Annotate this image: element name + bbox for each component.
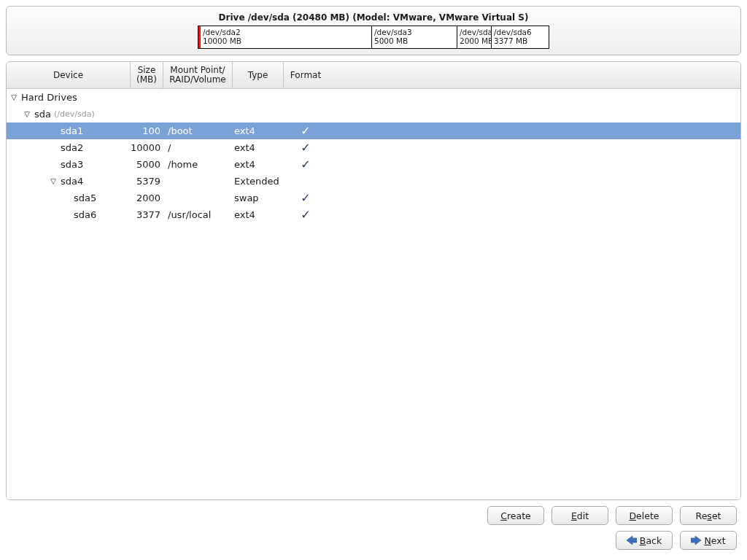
tree-disk[interactable]: ▽ sda (/dev/sda) bbox=[7, 106, 740, 122]
drive-segment[interactable]: /dev/sda35000 MB bbox=[372, 26, 457, 48]
col-size[interactable]: Size (MB) bbox=[131, 62, 163, 88]
device-label: sda6 bbox=[71, 209, 96, 220]
back-label: Back bbox=[640, 535, 662, 546]
partition-row[interactable]: sda35000/homeext4✓ bbox=[7, 156, 740, 173]
device-label: sda2 bbox=[58, 142, 83, 153]
drive-segment[interactable]: /dev/sda63377 MB bbox=[492, 26, 549, 48]
expander-icon[interactable]: ▽ bbox=[49, 177, 58, 185]
type-value: ext4 bbox=[233, 159, 284, 170]
partition-row[interactable]: ▽sda45379Extended bbox=[7, 173, 740, 190]
edit-button[interactable]: Edit bbox=[551, 506, 608, 525]
size-value: 3377 bbox=[131, 209, 163, 220]
size-value: 10000 bbox=[131, 142, 163, 153]
col-type[interactable]: Type bbox=[233, 62, 284, 88]
next-label: Next bbox=[704, 535, 725, 546]
drive-bar: /dev/sda210000 MB/dev/sda35000 MB/dev/sd… bbox=[198, 26, 549, 49]
size-value: 5000 bbox=[131, 159, 163, 170]
svg-marker-0 bbox=[627, 536, 637, 545]
type-value: ext4 bbox=[233, 209, 284, 220]
col-device[interactable]: Device bbox=[7, 62, 131, 88]
reset-label: Reset bbox=[696, 510, 721, 521]
device-label: sda5 bbox=[71, 192, 96, 203]
type-value: ext4 bbox=[233, 142, 284, 153]
partition-table-body[interactable]: ▽ Hard Drives ▽ sda (/dev/sda) sda1100/b… bbox=[7, 89, 740, 499]
partition-table-header: Device Size (MB) Mount Point/ RAID/Volum… bbox=[7, 62, 740, 89]
mount-value: /boot bbox=[163, 125, 233, 136]
col-format[interactable]: Format bbox=[284, 62, 328, 88]
svg-marker-1 bbox=[691, 536, 701, 545]
type-value: Extended bbox=[233, 176, 284, 187]
tree-disk-label: sda bbox=[31, 109, 51, 120]
drive-title: Drive /dev/sda (20480 MB) (Model: VMware… bbox=[219, 12, 529, 23]
drive-summary-panel: Drive /dev/sda (20480 MB) (Model: VMware… bbox=[6, 6, 741, 55]
partition-row[interactable]: sda63377/usr/localext4✓ bbox=[7, 206, 740, 223]
col-spacer bbox=[328, 62, 740, 88]
format-check-icon: ✓ bbox=[284, 124, 328, 138]
back-button[interactable]: Back bbox=[616, 531, 673, 550]
partition-row[interactable]: sda1100/bootext4✓ bbox=[7, 122, 740, 139]
device-label: sda1 bbox=[58, 125, 83, 136]
mount-value: / bbox=[163, 142, 233, 153]
format-check-icon: ✓ bbox=[284, 208, 328, 222]
partition-row[interactable]: sda210000/ext4✓ bbox=[7, 139, 740, 156]
arrow-left-icon bbox=[627, 536, 637, 545]
create-button[interactable]: Create bbox=[487, 506, 544, 525]
device-label: sda3 bbox=[58, 159, 83, 170]
reset-button[interactable]: Reset bbox=[680, 506, 737, 525]
size-value: 2000 bbox=[131, 192, 163, 203]
expander-icon[interactable]: ▽ bbox=[9, 93, 18, 101]
mount-value: /usr/local bbox=[163, 209, 233, 220]
device-label: sda4 bbox=[58, 176, 83, 187]
delete-label: Delete bbox=[629, 510, 659, 521]
tree-root-label: Hard Drives bbox=[18, 92, 77, 103]
arrow-right-icon bbox=[691, 536, 701, 545]
nav-button-row: Back Next bbox=[0, 531, 747, 560]
format-check-icon: ✓ bbox=[284, 141, 328, 155]
drive-segment[interactable]: /dev/sda52000 MB bbox=[457, 26, 492, 48]
format-check-icon: ✓ bbox=[284, 191, 328, 205]
delete-button[interactable]: Delete bbox=[616, 506, 673, 525]
edit-label: Edit bbox=[571, 510, 589, 521]
format-check-icon: ✓ bbox=[284, 158, 328, 171]
crud-button-row: Create Edit Delete Reset bbox=[0, 505, 747, 531]
mount-value: /home bbox=[163, 159, 233, 170]
expander-icon[interactable]: ▽ bbox=[23, 110, 31, 118]
drive-segment[interactable]: /dev/sda210000 MB bbox=[198, 26, 372, 48]
size-value: 5379 bbox=[131, 176, 163, 187]
type-value: swap bbox=[233, 192, 284, 203]
create-label: Create bbox=[500, 510, 531, 521]
partition-table-panel: Device Size (MB) Mount Point/ RAID/Volum… bbox=[6, 61, 741, 500]
type-value: ext4 bbox=[233, 125, 284, 136]
col-mount[interactable]: Mount Point/ RAID/Volume bbox=[163, 62, 233, 88]
size-value: 100 bbox=[131, 125, 163, 136]
tree-root[interactable]: ▽ Hard Drives bbox=[7, 89, 740, 106]
partition-row[interactable]: sda52000swap✓ bbox=[7, 190, 740, 206]
next-button[interactable]: Next bbox=[680, 531, 737, 550]
tree-disk-hint: (/dev/sda) bbox=[51, 109, 95, 119]
